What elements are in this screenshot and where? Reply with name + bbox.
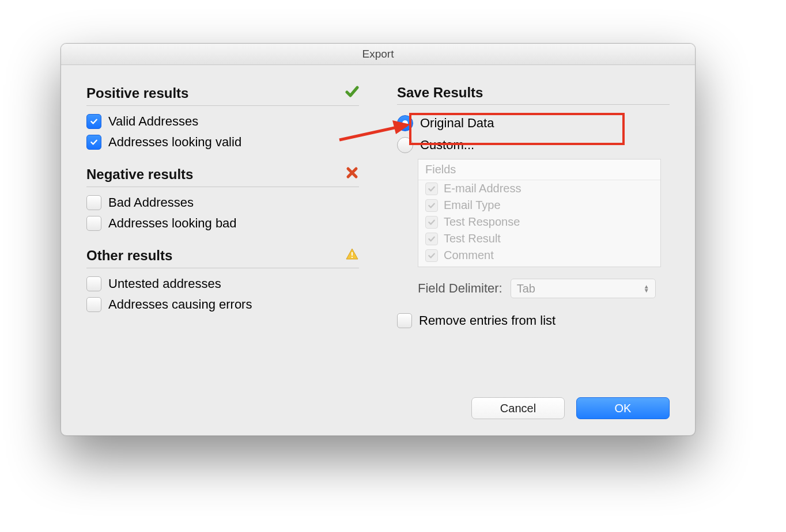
ok-button-label: OK: [615, 402, 632, 415]
fields-header: Fields: [418, 159, 660, 180]
field-label: Test Result: [444, 232, 501, 245]
section-other-label: Other results: [86, 248, 172, 264]
checkbox-addresses-looking-bad[interactable]: [86, 216, 101, 231]
checkbox-addresses-looking-valid[interactable]: [86, 135, 101, 150]
x-icon: [345, 166, 359, 183]
field-item: Comment: [418, 247, 660, 267]
label-addresses-looking-valid: Addresses looking valid: [108, 135, 241, 150]
field-label: Comment: [444, 249, 494, 262]
field-item: Test Response: [418, 214, 660, 230]
checkbox-addresses-causing-errors[interactable]: [86, 297, 101, 312]
checkbox-untested-addresses[interactable]: [86, 276, 101, 291]
field-checkbox: [425, 233, 438, 245]
label-untested-addresses: Untested addresses: [108, 276, 221, 291]
field-label: Test Response: [444, 215, 520, 229]
ok-button[interactable]: OK: [576, 397, 670, 419]
field-item: E-mail Address: [418, 180, 660, 197]
section-other-results: Other results: [86, 247, 359, 268]
cancel-button[interactable]: Cancel: [471, 397, 565, 419]
field-checkbox: [425, 199, 438, 212]
fields-list: Fields E-mail Address Email Type: [418, 159, 661, 267]
checkbox-remove-entries[interactable]: [397, 313, 412, 328]
section-positive-results: Positive results: [86, 85, 359, 106]
section-save-results-label: Save Results: [397, 85, 483, 101]
field-item: Email Type: [418, 197, 660, 214]
field-label: Email Type: [444, 199, 501, 212]
section-positive-label: Positive results: [86, 85, 188, 101]
field-delimiter-label: Field Delimiter:: [418, 281, 502, 296]
label-custom: Custom...: [420, 138, 474, 153]
radio-custom[interactable]: [397, 137, 413, 153]
label-remove-entries: Remove entries from list: [419, 313, 556, 328]
warning-icon: [345, 247, 359, 264]
save-results-column: Save Results Original Data Custom... Fie…: [397, 85, 670, 334]
checkbox-valid-addresses[interactable]: [86, 114, 101, 129]
checkmark-icon: [345, 85, 359, 102]
field-label: E-mail Address: [444, 182, 522, 195]
svg-rect-0: [352, 252, 353, 256]
label-bad-addresses: Bad Addresses: [108, 195, 194, 210]
section-save-results: Save Results: [397, 85, 670, 105]
label-valid-addresses: Valid Addresses: [108, 114, 198, 129]
cancel-button-label: Cancel: [500, 402, 536, 415]
field-delimiter-value: Tab: [517, 282, 535, 295]
radio-original-data[interactable]: [397, 115, 413, 131]
label-addresses-looking-bad: Addresses looking bad: [108, 216, 237, 231]
checkbox-bad-addresses[interactable]: [86, 195, 101, 210]
field-item: Test Result: [418, 230, 660, 247]
window-title: Export: [362, 48, 394, 60]
field-checkbox: [425, 183, 438, 195]
label-addresses-causing-errors: Addresses causing errors: [108, 297, 252, 312]
export-dialog: Export Positive results Valid Addresses: [61, 43, 696, 436]
section-negative-results: Negative results: [86, 166, 359, 187]
field-checkbox: [425, 249, 438, 262]
field-delimiter-select[interactable]: Tab ▲▼: [511, 279, 656, 298]
field-checkbox: [425, 216, 438, 229]
stepper-icon: ▲▼: [644, 284, 649, 292]
results-filter-column: Positive results Valid Addresses Addres: [86, 85, 359, 334]
section-negative-label: Negative results: [86, 166, 193, 183]
window-titlebar: Export: [61, 44, 695, 65]
svg-rect-1: [352, 257, 353, 258]
label-original-data: Original Data: [420, 116, 494, 131]
